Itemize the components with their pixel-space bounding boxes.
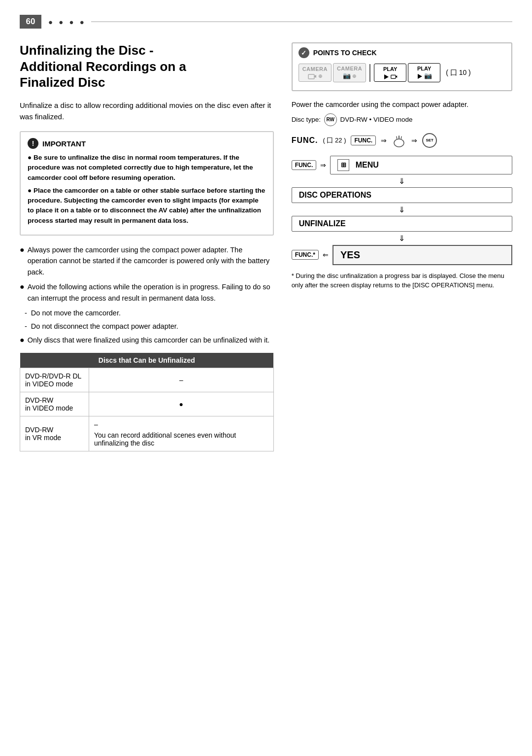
page-number-bar: 60 ● ● ● ● <box>20 15 512 29</box>
bullet-dot-5: ● <box>20 335 25 345</box>
dash-1: - <box>25 308 27 318</box>
camera-btn-2-icons: 📷 ⊕ <box>337 72 362 80</box>
important-bullet-2: ● Place the camcorder on a table or othe… <box>28 186 266 226</box>
menu-arrow: ⇒ <box>320 161 326 169</box>
footnote: * During the disc unfinalization a progr… <box>292 271 512 290</box>
bullet-text-4: Avoid the following actions while the op… <box>28 281 274 304</box>
yes-arrow: ⇐ <box>323 251 329 259</box>
svg-line-8 <box>397 137 397 139</box>
rw-badge: RW <box>324 113 337 126</box>
table-disc-2: DVD-RWin VIDEO mode <box>20 392 89 416</box>
important-box: ! IMPORTANT ● Be sure to unfinalize the … <box>20 131 274 236</box>
page-container: 60 ● ● ● ● Unfinalizing the Disc - Addit… <box>0 0 532 756</box>
disc-ops-row: DISC OPERATIONS <box>292 187 512 203</box>
down-arrow-3: ⇓ <box>292 234 512 243</box>
unfinalize-row: UNFINALIZE <box>292 216 512 232</box>
menu-box[interactable]: ⊞ MENU <box>330 156 512 174</box>
func-ref: ( 囗 22 ) <box>323 136 346 145</box>
disc-table: Discs that Can be Unfinalized DVD-R/DVD-… <box>20 353 274 451</box>
func-arrow-right-2: ⇒ <box>411 137 417 144</box>
bullet-text-3: Always power the camcorder using the com… <box>28 244 274 277</box>
important-bullet-1: ● Be sure to unfinalize the disc in norm… <box>28 153 266 183</box>
table-row: DVD-RWin VR mode – You can record additi… <box>20 416 274 451</box>
down-arrow-1: ⇓ <box>292 176 512 186</box>
dash-text-2: Do not disconnect the compact power adap… <box>31 321 178 332</box>
func-badge-menu[interactable]: FUNC. <box>292 160 317 170</box>
menu-label: MENU <box>356 160 379 169</box>
func-label: FUNC. <box>292 136 318 145</box>
camera-btn-1[interactable]: CAMERA ⊕ <box>299 64 332 82</box>
camera-btn-1-icons: ⊕ <box>302 72 328 80</box>
svg-line-9 <box>401 137 401 139</box>
important-content: ● Be sure to unfinalize the disc in norm… <box>28 153 266 226</box>
yes-row: FUNC.* ⇐ YES <box>292 245 512 265</box>
bullet-item-5: ● Only discs that were finalized using t… <box>20 335 274 345</box>
bullet-dot-4: ● <box>20 281 25 304</box>
table-val-3: – You can record additional scenes even … <box>89 416 274 451</box>
play-btn-1[interactable]: PLAY <box>374 64 406 82</box>
right-column: ✓ POINTS TO CHECK CAMERA ⊕ <box>292 42 512 290</box>
play-btn-2-label: PLAY <box>412 65 436 72</box>
page-ref: ( 囗 10 ) <box>446 69 471 77</box>
svg-rect-3 <box>391 75 395 79</box>
page-number: 60 <box>20 15 41 29</box>
dash-text-1: Do not move the camcorder. <box>31 308 121 318</box>
func-arrow-right: ⇒ <box>381 137 387 144</box>
important-icon: ! <box>28 138 38 149</box>
main-heading: Unfinalizing the Disc - Additional Recor… <box>20 42 274 91</box>
camera-btn-2[interactable]: CAMERA 📷 ⊕ <box>333 63 366 82</box>
menu-flow: FUNC. ⇒ ⊞ MENU ⇓ DISC OPERATIONS ⇓ UNFIN… <box>292 156 512 265</box>
left-column: Unfinalizing the Disc - Additional Recor… <box>20 42 274 451</box>
camera-btn-2-label: CAMERA <box>337 65 362 72</box>
unfinalize-box[interactable]: UNFINALIZE <box>292 216 512 232</box>
table-disc-1: DVD-R/DVD-R DLin VIDEO mode <box>20 368 89 392</box>
points-to-check-header: ✓ POINTS TO CHECK <box>299 47 505 58</box>
mode-separator <box>369 64 370 82</box>
important-header: ! IMPORTANT <box>28 138 266 149</box>
svg-rect-0 <box>308 74 314 79</box>
func-badge-inline[interactable]: FUNC. <box>351 136 376 145</box>
dash-item-1: - Do not move the camcorder. <box>20 308 274 318</box>
menu-grid-icon: ⊞ <box>337 159 349 171</box>
svg-point-6 <box>394 139 404 147</box>
points-to-check-label: POINTS TO CHECK <box>313 49 377 57</box>
table-row: DVD-R/DVD-R DLin VIDEO mode – <box>20 368 274 392</box>
bullet-text-5: Only discs that were finalized using thi… <box>28 335 270 345</box>
svg-marker-2 <box>384 74 389 79</box>
dash-2: - <box>25 321 27 332</box>
bullet-item-4: ● Avoid the following actions while the … <box>20 281 274 304</box>
set-dial-icon <box>422 133 437 148</box>
mode-buttons-row: CAMERA ⊕ CAMERA 📷 <box>299 63 505 82</box>
table-val-2: ● <box>89 392 274 416</box>
disc-ops-box[interactable]: DISC OPERATIONS <box>292 187 512 203</box>
check-icon: ✓ <box>299 47 309 58</box>
power-text: Power the camcorder using the compact po… <box>292 99 512 110</box>
func-section: FUNC. ( 囗 22 ) FUNC. ⇒ ⇒ <box>292 133 512 148</box>
camera-btn-1-label: CAMERA <box>302 66 328 72</box>
table-row: DVD-RWin VIDEO mode ● <box>20 392 274 416</box>
table-disc-3: DVD-RWin VR mode <box>20 416 89 451</box>
table-header: Discs that Can be Unfinalized <box>20 353 274 368</box>
page-dots: ● ● ● ● <box>48 18 86 26</box>
important-label: IMPORTANT <box>42 139 86 148</box>
points-to-check-box: ✓ POINTS TO CHECK CAMERA ⊕ <box>292 42 512 91</box>
bullet-list: ● Always power the camcorder using the c… <box>20 244 274 346</box>
disc-type-text: Disc type: RW DVD-RW • VIDEO mode <box>292 113 512 126</box>
play-btn-2[interactable]: PLAY 📷 <box>408 63 440 82</box>
play-btn-2-icons: 📷 <box>412 72 436 80</box>
bullet-item-3: ● Always power the camcorder using the c… <box>20 244 274 277</box>
dash-item-2: - Do not disconnect the compact power ad… <box>20 321 274 332</box>
bullet-dot: ● <box>20 244 25 277</box>
play-btn-1-label: PLAY <box>378 66 402 72</box>
table-note-3: You can record additional scenes even wi… <box>94 431 268 447</box>
two-col-layout: Unfinalizing the Disc - Additional Recor… <box>20 42 512 451</box>
svg-marker-5 <box>418 74 422 79</box>
play-btn-1-icons <box>378 73 402 80</box>
table-val-1: – <box>89 368 274 392</box>
func-star-badge[interactable]: FUNC.* <box>292 250 319 260</box>
yes-box[interactable]: YES <box>332 245 512 265</box>
down-arrow-2: ⇓ <box>292 205 512 214</box>
func-hand-icon <box>392 133 406 148</box>
func-menu-row: FUNC. ⇒ ⊞ MENU <box>292 156 512 174</box>
intro-text: Unfinalize a disc to allow recording add… <box>20 100 274 123</box>
